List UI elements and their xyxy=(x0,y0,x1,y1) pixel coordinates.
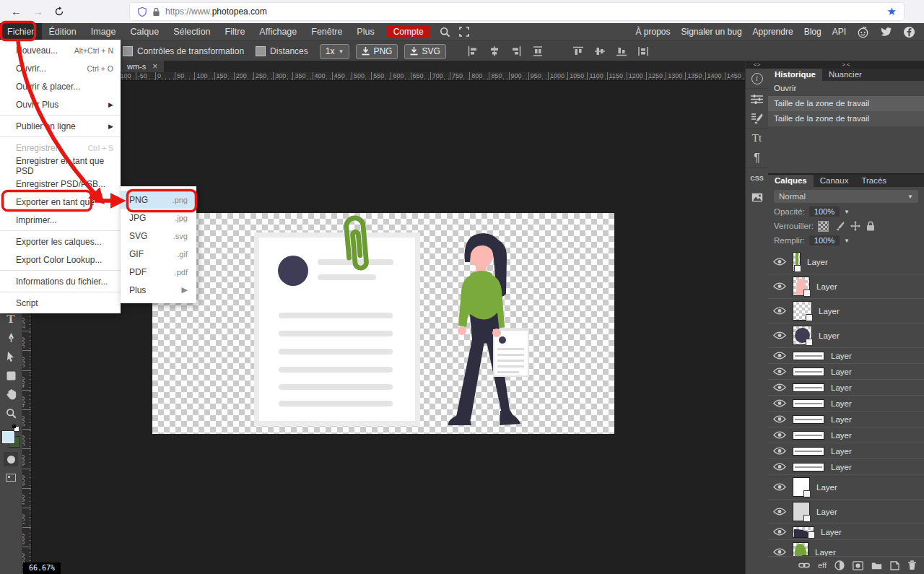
tab-nuancier[interactable]: Nuancier xyxy=(822,69,868,81)
menubar-link[interactable]: API xyxy=(832,27,846,37)
export-menu-item-plus[interactable]: Plus▶ xyxy=(121,281,196,299)
image-panel-icon[interactable] xyxy=(746,188,768,207)
direct-select-tool[interactable] xyxy=(1,347,21,366)
tab-canaux[interactable]: Canaux xyxy=(814,175,855,187)
adjustment-icon[interactable] xyxy=(834,560,845,570)
file-menu-item[interactable]: Enregistrer PSD/PSB... xyxy=(0,175,121,193)
history-item[interactable]: Taille de la zone de travail xyxy=(768,96,924,111)
file-menu-item[interactable]: Ouvrir Plus▶ xyxy=(0,95,121,113)
layer-thumbnail[interactable] xyxy=(793,415,824,424)
adjustments-panel-icon[interactable] xyxy=(746,88,768,108)
close-icon[interactable]: × xyxy=(152,61,157,71)
fill-value[interactable]: 100% xyxy=(809,235,840,245)
menu-item-5[interactable]: Filtre xyxy=(218,23,253,40)
file-menu-item[interactable]: Imprimer... xyxy=(0,211,121,229)
menu-item-6[interactable]: Affichage xyxy=(252,23,304,40)
delete-layer-icon[interactable] xyxy=(907,560,917,570)
pen-tool[interactable] xyxy=(1,329,21,347)
document-tab[interactable]: wm-s × xyxy=(121,61,164,72)
rectangle-tool[interactable] xyxy=(1,366,21,385)
character-panel-icon[interactable]: Tt xyxy=(746,128,768,148)
layer-row[interactable]: Layer xyxy=(768,364,924,380)
export-menu-item-jpg[interactable]: JPG.jpg xyxy=(121,209,196,227)
visibility-eye-icon[interactable] xyxy=(773,399,786,407)
export-menu-item-svg[interactable]: SVG.svg xyxy=(121,227,196,245)
layer-row[interactable]: Layer xyxy=(768,500,924,524)
menubar-link[interactable]: Blog xyxy=(804,27,821,37)
file-menu-item[interactable]: Exporter en tant que xyxy=(0,193,121,211)
history-brush-panel-icon[interactable] xyxy=(746,108,768,128)
foreground-color-swatch[interactable] xyxy=(2,431,14,443)
layer-thumbnail[interactable] xyxy=(793,399,824,408)
effects-button[interactable]: eff xyxy=(818,561,827,570)
twitter-icon[interactable] xyxy=(880,26,892,38)
folder-icon[interactable] xyxy=(871,561,882,570)
export-svg-button[interactable]: SVG xyxy=(404,44,445,59)
chevron-down-icon[interactable]: ▼ xyxy=(844,238,850,244)
layer-thumbnail[interactable] xyxy=(793,383,824,392)
visibility-eye-icon[interactable] xyxy=(773,447,786,455)
visibility-eye-icon[interactable] xyxy=(773,307,786,315)
file-menu-item[interactable]: Export Color Lookup... xyxy=(0,251,121,269)
chevron-down-icon[interactable]: ▼ xyxy=(844,209,850,215)
layer-row[interactable]: Layer xyxy=(768,427,924,443)
browser-back-icon[interactable]: ← xyxy=(11,0,22,23)
layer-row[interactable]: Layer xyxy=(768,524,924,540)
lock-all-icon[interactable] xyxy=(866,221,875,231)
distribute-vertical-icon[interactable] xyxy=(637,45,649,57)
layer-row[interactable]: Layer xyxy=(768,299,924,323)
layer-thumbnail[interactable] xyxy=(793,447,824,456)
align-top-icon[interactable] xyxy=(572,45,584,57)
layer-row[interactable]: Layer xyxy=(768,396,924,412)
menu-item-1[interactable]: Édition xyxy=(42,23,84,40)
export-png-button[interactable]: PNG xyxy=(356,44,398,59)
layer-thumbnail[interactable] xyxy=(793,277,810,296)
menubar-link[interactable]: Apprendre xyxy=(753,27,793,37)
quick-mask-tool[interactable] xyxy=(4,452,18,466)
panel-collapse-right[interactable]: > < xyxy=(768,61,924,69)
layer-thumbnail[interactable] xyxy=(793,252,801,271)
visibility-eye-icon[interactable] xyxy=(773,258,786,266)
facebook-icon[interactable] xyxy=(903,26,915,38)
bookmark-star-icon[interactable]: ★ xyxy=(887,5,897,18)
reddit-icon[interactable] xyxy=(857,26,869,38)
layer-row[interactable]: Layer xyxy=(768,348,924,364)
search-icon[interactable] xyxy=(440,27,450,38)
lock-position-icon[interactable] xyxy=(850,221,860,231)
browser-reload-icon[interactable] xyxy=(54,6,64,17)
layer-row[interactable]: Layer xyxy=(768,412,924,427)
css-panel-icon[interactable]: CSS xyxy=(746,168,768,188)
layer-thumbnail[interactable] xyxy=(793,368,824,376)
layer-thumbnail[interactable] xyxy=(793,526,814,538)
visibility-eye-icon[interactable] xyxy=(773,352,786,360)
transform-controls-checkbox[interactable] xyxy=(123,46,133,56)
visibility-eye-icon[interactable] xyxy=(773,431,786,439)
visibility-eye-icon[interactable] xyxy=(773,548,786,556)
layer-row[interactable]: Layer xyxy=(768,540,924,557)
menu-item-2[interactable]: Image xyxy=(84,23,123,40)
visibility-eye-icon[interactable] xyxy=(773,463,786,471)
file-menu-item[interactable]: Script xyxy=(0,294,121,312)
layer-row[interactable]: Layer xyxy=(768,274,924,299)
file-menu-item[interactable]: Enregistrer en tant que PSD xyxy=(0,157,121,175)
align-left-icon[interactable] xyxy=(467,45,479,57)
menubar-link[interactable]: À propos xyxy=(635,27,670,37)
file-menu-item[interactable]: Ouvrir & placer... xyxy=(0,77,121,95)
mask-icon[interactable] xyxy=(853,561,863,570)
visibility-eye-icon[interactable] xyxy=(773,415,786,423)
tab-calques[interactable]: Calques xyxy=(768,175,814,187)
menu-item-4[interactable]: Sélection xyxy=(166,23,217,40)
menu-item-3[interactable]: Calque xyxy=(123,23,167,40)
layer-row[interactable]: Layer xyxy=(768,323,924,348)
blend-mode-select[interactable]: Normal ▼ xyxy=(774,190,918,203)
screen-mode-icon[interactable] xyxy=(6,474,16,482)
distribute-horizontal-icon[interactable] xyxy=(532,45,544,57)
opacity-value[interactable]: 100% xyxy=(809,206,840,217)
menubar-link[interactable]: Signaler un bug xyxy=(681,27,742,37)
menu-item-7[interactable]: Fenêtre xyxy=(304,23,349,40)
layer-thumbnail[interactable] xyxy=(793,463,824,471)
hand-tool[interactable] xyxy=(1,385,21,404)
file-menu-item[interactable]: Exporter les calques... xyxy=(0,232,121,251)
new-layer-icon[interactable] xyxy=(890,561,899,570)
layer-thumbnail[interactable] xyxy=(793,502,810,521)
